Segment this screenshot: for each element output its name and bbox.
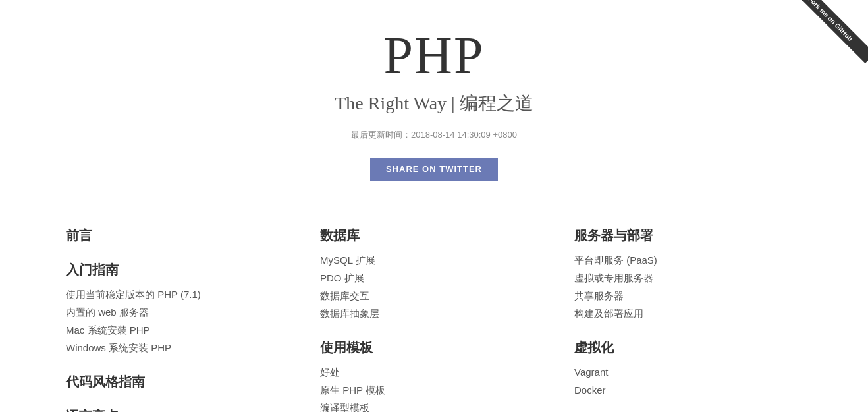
nav-column-2: 数据库 MySQL 扩展 PDO 扩展 数据库交互 数据库抽象层 使用模板 好处… — [307, 227, 561, 412]
nav-group-getting-started: 入门指南 使用当前稳定版本的 PHP (7.1) 内置的 web 服务器 Mac… — [66, 261, 294, 357]
nav-group-title-templates: 使用模板 — [320, 339, 548, 357]
nav-column-1: 前言 入门指南 使用当前稳定版本的 PHP (7.1) 内置的 web 服务器 … — [53, 227, 307, 412]
nav-group-title-code-style: 代码风格指南 — [66, 373, 294, 391]
nav-link-windows-install[interactable]: Windows 系统安装 PHP — [66, 339, 294, 357]
github-ribbon-label: Fork me on GitHub — [802, 0, 868, 63]
nav-group-title-database: 数据库 — [320, 227, 548, 245]
nav-group-title-virtualization: 虚拟化 — [574, 339, 802, 357]
nav-link-mac-install[interactable]: Mac 系统安装 PHP — [66, 321, 294, 339]
nav-link-db-abstraction[interactable]: 数据库抽象层 — [320, 305, 548, 322]
nav-group-title-foreword: 前言 — [66, 227, 294, 245]
nav-link-php-version[interactable]: 使用当前稳定版本的 PHP (7.1) — [66, 285, 294, 303]
header: PHP The Right Way | 编程之道 最后更新时间：2018-08-… — [0, 0, 868, 227]
nav-group-virtualization: 虚拟化 Vagrant Docker — [574, 339, 802, 399]
nav-group-title-server-deploy: 服务器与部署 — [574, 227, 802, 245]
nav-link-native-templates[interactable]: 原生 PHP 模板 — [320, 381, 548, 399]
nav-link-pdo-ext[interactable]: PDO 扩展 — [320, 269, 548, 287]
nav-group-title-getting-started: 入门指南 — [66, 261, 294, 279]
nav-group-database: 数据库 MySQL 扩展 PDO 扩展 数据库交互 数据库抽象层 — [320, 227, 548, 322]
github-ribbon[interactable]: Fork me on GitHub — [802, 0, 868, 66]
nav-link-web-server[interactable]: 内置的 web 服务器 — [66, 303, 294, 321]
nav-group-server-deploy: 服务器与部署 平台即服务 (PaaS) 虚拟或专用服务器 共享服务器 构建及部署… — [574, 227, 802, 322]
nav-link-vps[interactable]: 虚拟或专用服务器 — [574, 269, 802, 287]
nav-link-paas[interactable]: 平台即服务 (PaaS) — [574, 251, 802, 269]
page-title: PHP — [13, 26, 855, 84]
nav-group-templates: 使用模板 好处 原生 PHP 模板 编译型模板 延伸阅读 — [320, 339, 548, 412]
nav-link-mysql-ext[interactable]: MySQL 扩展 — [320, 251, 548, 269]
nav-group-highlights: 语言亮点 编程范式 命名空间 — [66, 407, 294, 412]
nav-group-code-style: 代码风格指南 — [66, 373, 294, 391]
nav-link-build-deploy[interactable]: 构建及部署应用 — [574, 305, 802, 322]
navigation-section: 前言 入门指南 使用当前稳定版本的 PHP (7.1) 内置的 web 服务器 … — [0, 227, 868, 412]
nav-link-docker[interactable]: Docker — [574, 381, 802, 399]
nav-group-foreword: 前言 — [66, 227, 294, 245]
nav-link-benefits[interactable]: 好处 — [320, 363, 548, 381]
nav-link-shared-server[interactable]: 共享服务器 — [574, 287, 802, 305]
nav-link-db-interaction[interactable]: 数据库交互 — [320, 287, 548, 305]
nav-link-vagrant[interactable]: Vagrant — [574, 363, 802, 381]
nav-group-title-highlights: 语言亮点 — [66, 407, 294, 412]
nav-link-compiled-templates[interactable]: 编译型模板 — [320, 399, 548, 412]
update-time: 最后更新时间：2018-08-14 14:30:09 +0800 — [13, 129, 855, 141]
nav-column-3: 服务器与部署 平台即服务 (PaaS) 虚拟或专用服务器 共享服务器 构建及部署… — [561, 227, 815, 412]
twitter-share-button[interactable]: SHARE ON TWITTER — [370, 158, 498, 181]
page-wrapper: Fork me on GitHub PHP The Right Way | 编程… — [0, 0, 868, 412]
page-subtitle: The Right Way | 编程之道 — [13, 91, 855, 116]
